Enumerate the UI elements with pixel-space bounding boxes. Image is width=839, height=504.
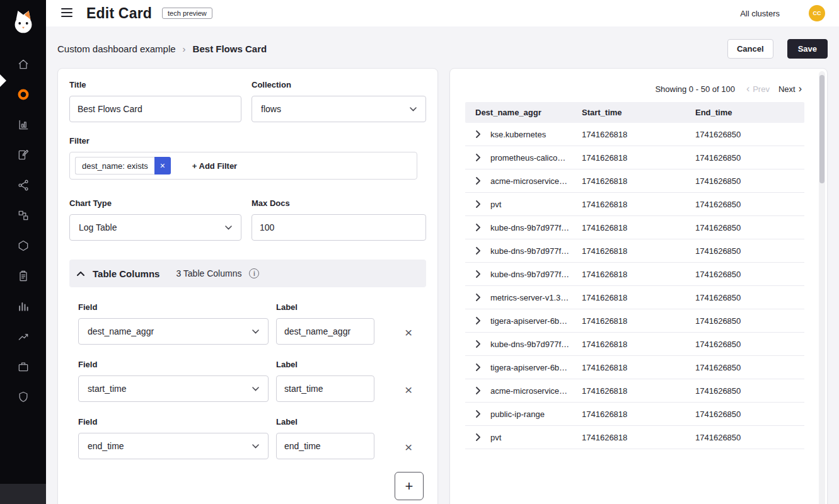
row-expand-chevron-icon[interactable] — [465, 433, 490, 441]
compliance-icon[interactable] — [0, 261, 46, 291]
next-button[interactable]: Next › — [778, 84, 802, 94]
row-expand-chevron-icon[interactable] — [465, 410, 490, 418]
add-column-button[interactable]: + — [395, 472, 424, 500]
max-docs-input[interactable] — [252, 214, 426, 241]
preview-panel: Showing 0 - 50 of 100 ‹ Prev Next › Dest… — [449, 68, 828, 504]
table-row[interactable]: kube-dns-9b7d977f… 1741626818 1741626850 — [465, 333, 804, 356]
row-dest-name: tigera-apiserver-6b… — [490, 363, 582, 372]
scrollbar-thumb[interactable] — [819, 75, 825, 183]
row-expand-chevron-icon[interactable] — [465, 270, 490, 278]
table-row[interactable]: pvt 1741626818 1741626850 — [465, 193, 804, 216]
table-row[interactable]: kube-dns-9b7d977f… 1741626818 1741626850 — [465, 239, 804, 263]
row-expand-chevron-icon[interactable] — [465, 130, 490, 138]
breadcrumb-parent-link[interactable]: Custom dashboard example — [57, 43, 176, 54]
home-icon[interactable] — [0, 49, 46, 79]
field-select[interactable]: end_time — [78, 433, 269, 459]
row-start-time: 1741626818 — [582, 176, 695, 186]
row-expand-chevron-icon[interactable] — [465, 154, 490, 161]
row-dest-name: prometheus-calico… — [490, 153, 582, 163]
chevron-down-icon — [252, 387, 259, 391]
info-icon[interactable]: i — [249, 268, 259, 278]
table-column-editor-row: Field end_time Label × — [78, 417, 426, 459]
cancel-button[interactable]: Cancel — [727, 39, 773, 59]
row-dest-name: pvt — [490, 433, 582, 442]
security-icon[interactable] — [0, 382, 46, 412]
row-expand-chevron-icon[interactable] — [465, 200, 490, 208]
table-row[interactable]: tigera-apiserver-6b… 1741626818 17416268… — [465, 356, 804, 379]
row-end-time: 1741626850 — [695, 316, 804, 326]
row-dest-name: public-ip-range — [490, 410, 582, 419]
table-column-editor-row: Field start_time Label × — [78, 360, 426, 402]
label-input[interactable] — [276, 318, 374, 345]
cluster-selector[interactable]: All clusters — [740, 9, 780, 18]
table-columns-header[interactable]: Table Columns 3 Table Columns i — [69, 260, 426, 287]
apps-icon[interactable] — [0, 352, 46, 382]
service-graph-icon[interactable] — [0, 110, 46, 140]
table-row[interactable]: tigera-apiserver-6b… 1741626818 17416268… — [465, 309, 804, 333]
row-dest-name: acme-microservice… — [490, 386, 582, 396]
table-row[interactable]: prometheus-calico… 1741626818 1741626850 — [465, 146, 804, 169]
calico-logo-icon[interactable] — [9, 8, 38, 39]
row-start-time: 1741626818 — [582, 270, 695, 279]
chevron-right-icon: › — [799, 84, 802, 94]
row-expand-chevron-icon[interactable] — [465, 177, 490, 185]
breadcrumb: Custom dashboard example › Best Flows Ca… — [46, 26, 839, 58]
table-row[interactable]: metrics-server-v1.3… 1741626818 17416268… — [465, 286, 804, 309]
table-row[interactable]: public-ip-range 1741626818 1741626850 — [465, 403, 804, 426]
label-label: Label — [276, 360, 374, 369]
topology-icon[interactable] — [0, 231, 46, 261]
remove-column-button[interactable]: × — [405, 440, 412, 454]
row-expand-chevron-icon[interactable] — [465, 247, 490, 255]
row-expand-chevron-icon[interactable] — [465, 317, 490, 324]
row-end-time: 1741626850 — [695, 246, 804, 256]
flows-icon[interactable] — [0, 79, 46, 110]
label-input[interactable] — [276, 375, 374, 402]
row-start-time: 1741626818 — [582, 293, 695, 302]
field-select[interactable]: dest_name_aggr — [78, 318, 269, 345]
breadcrumb-separator-icon: › — [183, 43, 186, 54]
filter-chip[interactable]: dest_name: exists × — [75, 157, 171, 175]
network-graph-icon[interactable] — [0, 170, 46, 200]
tiers-icon[interactable] — [0, 200, 46, 231]
row-end-time: 1741626850 — [695, 130, 804, 139]
tech-preview-badge: tech preview — [162, 8, 212, 19]
policies-icon[interactable] — [0, 140, 46, 170]
row-expand-chevron-icon[interactable] — [465, 340, 490, 348]
table-row[interactable]: kube-dns-9b7d977f… 1741626818 1741626850 — [465, 263, 804, 286]
row-start-time: 1741626818 — [582, 363, 695, 372]
label-input[interactable] — [276, 433, 374, 459]
save-button[interactable]: Save — [787, 39, 828, 59]
table-row[interactable]: acme-microservice… 1741626818 1741626850 — [465, 379, 804, 403]
remove-filter-button[interactable]: × — [154, 157, 171, 175]
row-expand-chevron-icon[interactable] — [465, 364, 490, 371]
row-end-time: 1741626850 — [695, 363, 804, 372]
sidebar-footer[interactable] — [0, 484, 46, 504]
showing-text: Showing 0 - 50 of 100 — [655, 84, 734, 94]
row-expand-chevron-icon[interactable] — [465, 387, 490, 394]
avatar[interactable]: CC — [809, 5, 825, 21]
row-end-time: 1741626850 — [695, 293, 804, 302]
row-expand-chevron-icon[interactable] — [465, 224, 490, 231]
collection-select[interactable]: flows — [252, 96, 426, 122]
table-row[interactable]: acme-microservice… 1741626818 1741626850 — [465, 169, 804, 193]
dashboards-icon[interactable] — [0, 291, 46, 321]
activity-icon[interactable] — [0, 321, 46, 352]
title-input[interactable] — [69, 96, 241, 122]
add-filter-button[interactable]: + Add Filter — [192, 161, 237, 171]
remove-column-button[interactable]: × — [405, 383, 412, 396]
row-expand-chevron-icon[interactable] — [465, 294, 490, 301]
row-start-time: 1741626818 — [582, 200, 695, 209]
table-row[interactable]: kube-dns-9b7d977f… 1741626818 1741626850 — [465, 216, 804, 239]
prev-button[interactable]: ‹ Prev — [746, 84, 770, 94]
row-end-time: 1741626850 — [695, 270, 804, 279]
remove-column-button[interactable]: × — [405, 326, 412, 339]
col-header-dest-name: Dest_name_aggr — [465, 108, 582, 117]
row-dest-name: tigera-apiserver-6b… — [490, 316, 582, 326]
chevron-down-icon — [410, 107, 417, 112]
table-row[interactable]: pvt 1741626818 1741626850 — [465, 426, 804, 449]
preview-scrollbar[interactable] — [819, 71, 825, 504]
table-row[interactable]: kse.kubernetes 1741626818 1741626850 — [465, 123, 804, 146]
field-select[interactable]: start_time — [78, 375, 269, 402]
chart-type-select[interactable]: Log Table — [69, 214, 241, 241]
menu-icon[interactable] — [59, 6, 75, 21]
